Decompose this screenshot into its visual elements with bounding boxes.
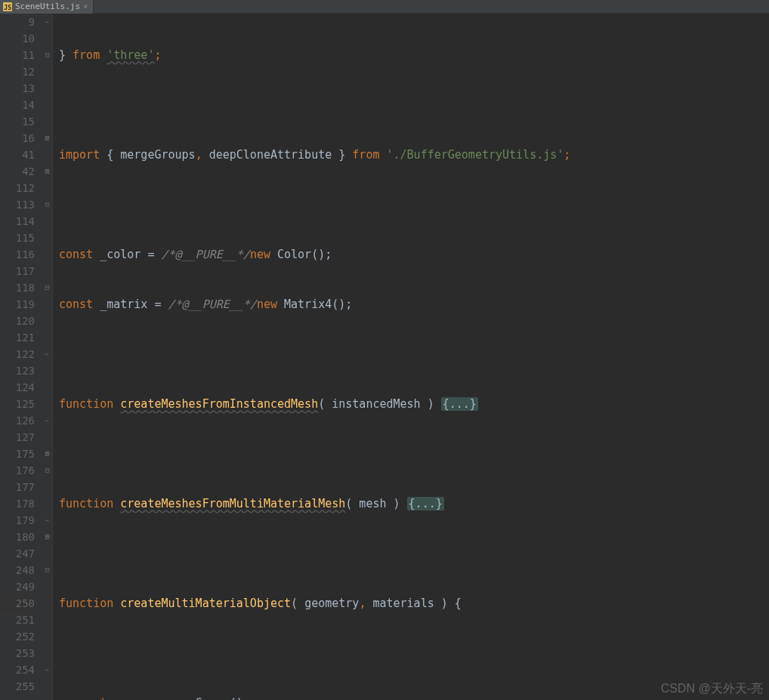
line-number: 249 <box>0 578 35 595</box>
line-number: 117 <box>0 263 35 279</box>
code-line <box>59 196 769 213</box>
line-number: 255 <box>0 678 35 695</box>
fold-toggle[interactable] <box>42 562 52 578</box>
line-number: 121 <box>0 329 35 346</box>
fold-gutter <box>42 14 53 700</box>
line-number: 114 <box>0 213 35 230</box>
fold-toggle[interactable] <box>42 196 52 213</box>
fold-toggle[interactable] <box>42 462 52 479</box>
line-number: 180 <box>0 529 35 545</box>
line-number: 179 <box>0 512 35 529</box>
fold-toggle[interactable] <box>42 130 52 146</box>
line-number: 254 <box>0 661 35 678</box>
fold-toggle[interactable] <box>42 529 52 545</box>
line-number: 125 <box>0 396 35 412</box>
line-number: 119 <box>0 296 35 313</box>
fold-toggle[interactable] <box>42 163 52 180</box>
line-number: 42 <box>0 163 35 180</box>
line-number: 247 <box>0 545 35 562</box>
line-number: 13 <box>0 80 35 97</box>
line-number: 9 <box>0 14 35 30</box>
code-line <box>59 645 769 661</box>
code-line <box>59 346 769 362</box>
line-number: 124 <box>0 379 35 396</box>
line-number: 252 <box>0 628 35 645</box>
fold-toggle[interactable] <box>42 661 52 678</box>
code-line <box>59 97 769 113</box>
tab-filename: SceneUtils.js <box>15 2 80 11</box>
line-number: 176 <box>0 462 35 479</box>
fold-toggle[interactable] <box>42 47 52 63</box>
fold-toggle[interactable] <box>42 346 52 362</box>
line-number: 120 <box>0 313 35 329</box>
line-number: 16 <box>0 130 35 146</box>
code-line: function createMeshesFromInstancedMesh( … <box>59 396 769 412</box>
line-number: 12 <box>0 63 35 80</box>
line-number: 250 <box>0 595 35 612</box>
line-number: 115 <box>0 230 35 246</box>
fold-toggle[interactable] <box>42 412 52 429</box>
line-number: 41 <box>0 146 35 163</box>
line-number: 253 <box>0 645 35 661</box>
line-number: 123 <box>0 362 35 379</box>
tab-bar: JS SceneUtils.js × <box>0 0 769 14</box>
line-number: 126 <box>0 412 35 429</box>
folded-block[interactable]: {...} <box>407 497 444 510</box>
folded-block[interactable]: {...} <box>441 397 478 411</box>
line-number: 118 <box>0 279 35 296</box>
line-number: 11 <box>0 47 35 63</box>
file-tab[interactable]: JS SceneUtils.js × <box>0 0 94 14</box>
line-number: 15 <box>0 113 35 130</box>
fold-toggle[interactable] <box>42 14 52 30</box>
fold-toggle[interactable] <box>42 512 52 529</box>
editor: 9101112131415164142112113114115116117118… <box>0 14 769 700</box>
line-number: 14 <box>0 97 35 113</box>
line-number: 248 <box>0 562 35 578</box>
js-file-icon: JS <box>3 2 12 11</box>
line-number: 178 <box>0 495 35 512</box>
code-line: import { mergeGroups, deepCloneAttribute… <box>59 146 769 163</box>
line-number: 122 <box>0 346 35 362</box>
fold-toggle[interactable] <box>42 279 52 296</box>
line-number: 177 <box>0 479 35 495</box>
code-line: function createMeshesFromMultiMaterialMe… <box>59 495 769 512</box>
line-number: 251 <box>0 612 35 628</box>
code-area[interactable]: } from 'three'; import { mergeGroups, de… <box>53 14 769 700</box>
line-number: 175 <box>0 446 35 462</box>
line-number-gutter: 9101112131415164142112113114115116117118… <box>0 14 42 700</box>
line-number: 127 <box>0 429 35 446</box>
close-tab-icon[interactable]: × <box>83 2 88 11</box>
fold-toggle[interactable] <box>42 446 52 462</box>
line-number: 116 <box>0 246 35 263</box>
code-line <box>59 446 769 462</box>
line-number: 112 <box>0 180 35 196</box>
code-line: const group = new Group(); <box>59 695 769 700</box>
code-line <box>59 545 769 562</box>
code-line: const _matrix = /*@__PURE__*/new Matrix4… <box>59 296 769 313</box>
code-line: const _color = /*@__PURE__*/new Color(); <box>59 246 769 263</box>
code-line: function createMultiMaterialObject( geom… <box>59 595 769 612</box>
line-number: 113 <box>0 196 35 213</box>
line-number: 10 <box>0 30 35 47</box>
code-line: } from 'three'; <box>59 47 769 63</box>
